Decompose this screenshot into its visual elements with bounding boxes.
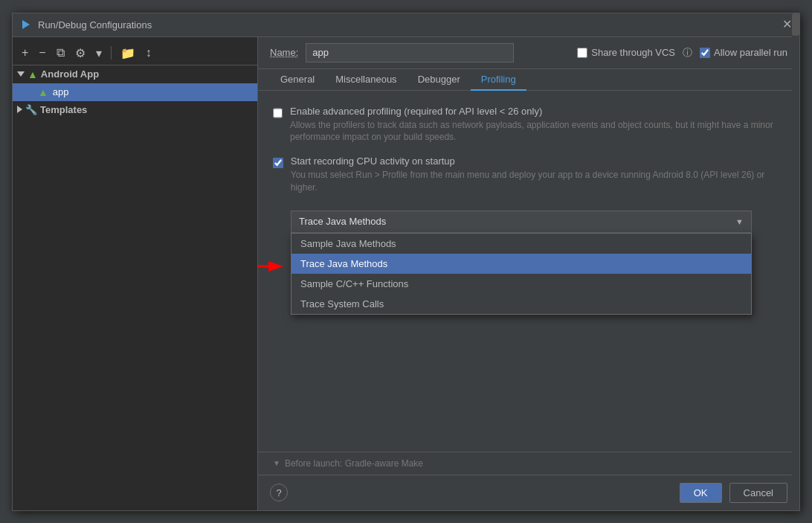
app-android-icon: ▲ bbox=[38, 86, 48, 98]
collapse-icon: ▼ bbox=[273, 459, 280, 467]
dropdown-list: Sample Java Methods Trace Java Methods S… bbox=[291, 233, 752, 315]
svg-marker-0 bbox=[22, 20, 30, 29]
title-bar-left: Run/Debug Configurations bbox=[20, 19, 152, 31]
copy-config-button[interactable]: ⧉ bbox=[54, 45, 68, 61]
share-vcs-checkbox-wrapper[interactable]: Share through VCS bbox=[577, 47, 675, 58]
start-recording-checkbox[interactable] bbox=[273, 158, 283, 168]
help-button[interactable]: ? bbox=[270, 484, 288, 501]
title-bar: Run/Debug Configurations ✕ bbox=[13, 13, 799, 37]
dropdown-option-trace-system[interactable]: Trace System Calls bbox=[291, 294, 751, 314]
name-input[interactable] bbox=[306, 43, 514, 62]
before-launch-label: Before launch: Gradle-aware Make bbox=[285, 458, 423, 469]
spacer bbox=[273, 200, 784, 211]
content-area: Enable advanced profiling (required for … bbox=[258, 91, 799, 452]
start-recording-sublabel: You must select Run > Profile from the m… bbox=[291, 169, 784, 194]
name-label: Name: bbox=[270, 47, 298, 58]
remove-config-button[interactable]: − bbox=[36, 45, 48, 61]
run-debug-dialog: Run/Debug Configurations ✕ + − ⧉ ⚙ ▾ 📁 ↕… bbox=[12, 13, 800, 511]
ok-button[interactable]: OK bbox=[680, 483, 722, 503]
sidebar-item-app-label: app bbox=[53, 86, 69, 97]
close-button[interactable]: ✕ bbox=[782, 19, 792, 31]
folder-config-button[interactable]: 📁 bbox=[117, 45, 138, 62]
scrollbar-track[interactable] bbox=[792, 37, 799, 510]
sidebar-item-app[interactable]: ▲ app bbox=[13, 83, 257, 101]
before-launch-bar: ▼ Before launch: Gradle-aware Make bbox=[258, 452, 799, 475]
toolbar-separator bbox=[111, 46, 112, 60]
allow-parallel-label: Allow parallel run bbox=[714, 47, 787, 58]
name-right-options: Share through VCS ⓘ Allow parallel run bbox=[577, 46, 787, 60]
sidebar-toolbar: + − ⧉ ⚙ ▾ 📁 ↕ bbox=[13, 42, 257, 65]
bottom-bar: ? OK Cancel bbox=[258, 475, 799, 510]
enable-advanced-checkbox[interactable] bbox=[273, 108, 283, 118]
dropdown-selected-value: Trace Java Methods bbox=[299, 216, 735, 227]
sidebar-section-label: Android App bbox=[41, 68, 99, 80]
dropdown-option-sample-java[interactable]: Sample Java Methods bbox=[291, 234, 751, 254]
add-config-button[interactable]: + bbox=[19, 45, 31, 61]
enable-advanced-row: Enable advanced profiling (required for … bbox=[273, 106, 784, 144]
android-icon: ▲ bbox=[28, 68, 38, 80]
dialog-title: Run/Debug Configurations bbox=[38, 19, 152, 31]
recording-type-dropdown-container: Trace Java Methods ▼ Sample Java Methods… bbox=[291, 211, 752, 233]
tab-debugger[interactable]: Debugger bbox=[407, 69, 471, 91]
share-vcs-checkbox[interactable] bbox=[577, 48, 587, 58]
main-area: Name: Share through VCS ⓘ Allow parallel… bbox=[258, 37, 799, 510]
settings-config-button[interactable]: ⚙ bbox=[72, 45, 88, 62]
sidebar-section-templates[interactable]: 🔧 Templates bbox=[13, 101, 257, 118]
enable-advanced-text-block: Enable advanced profiling (required for … bbox=[290, 106, 784, 144]
arrow-annotation bbox=[258, 255, 283, 277]
arrow-svg bbox=[258, 255, 283, 277]
allow-parallel-checkbox-wrapper[interactable]: Allow parallel run bbox=[700, 47, 787, 58]
run-icon bbox=[20, 19, 32, 31]
section-expand-icon bbox=[17, 71, 25, 77]
share-vcs-help-icon[interactable]: ⓘ bbox=[683, 46, 692, 60]
svg-marker-2 bbox=[268, 261, 283, 272]
cancel-button[interactable]: Cancel bbox=[729, 483, 787, 503]
name-bar: Name: Share through VCS ⓘ Allow parallel… bbox=[258, 37, 799, 69]
share-vcs-label: Share through VCS bbox=[591, 47, 675, 58]
tabs-bar: General Miscellaneous Debugger Profiling bbox=[258, 69, 799, 91]
dropdown-chevron-icon: ▼ bbox=[735, 217, 744, 226]
tab-miscellaneous[interactable]: Miscellaneous bbox=[325, 69, 407, 91]
dialog-body: + − ⧉ ⚙ ▾ 📁 ↕ ▲ Android App ▲ app bbox=[13, 37, 799, 510]
wrench-icon: 🔧 bbox=[25, 104, 37, 115]
sort-config-button[interactable]: ↕ bbox=[143, 45, 155, 61]
enable-advanced-label: Enable advanced profiling (required for … bbox=[290, 106, 784, 117]
dropdown-option-sample-cpp[interactable]: Sample C/C++ Functions bbox=[291, 274, 751, 294]
tab-general[interactable]: General bbox=[270, 69, 325, 91]
tab-profiling[interactable]: Profiling bbox=[471, 69, 526, 91]
start-recording-label: Start recording CPU activity on startup bbox=[291, 155, 784, 167]
sidebar-section-templates-label: Templates bbox=[40, 104, 87, 115]
sidebar: + − ⧉ ⚙ ▾ 📁 ↕ ▲ Android App ▲ app bbox=[13, 37, 258, 510]
start-recording-text-block: Start recording CPU activity on startup … bbox=[291, 155, 784, 194]
dropdown-option-trace-java[interactable]: Trace Java Methods bbox=[291, 254, 751, 274]
dropdown-trigger[interactable]: Trace Java Methods ▼ bbox=[291, 211, 752, 233]
start-recording-row: Start recording CPU activity on startup … bbox=[273, 155, 784, 194]
templates-expand-icon bbox=[17, 106, 22, 113]
allow-parallel-checkbox[interactable] bbox=[700, 48, 710, 58]
enable-advanced-sublabel: Allows the profilers to track data such … bbox=[290, 119, 784, 144]
sidebar-section-android-app[interactable]: ▲ Android App bbox=[13, 65, 257, 83]
chevron-config-button[interactable]: ▾ bbox=[93, 45, 105, 62]
